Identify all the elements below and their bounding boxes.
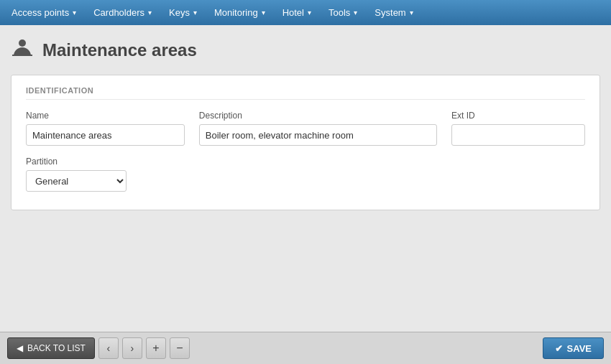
add-button[interactable]: + <box>146 337 166 359</box>
chevron-down-icon: ▾ <box>308 9 311 17</box>
page-title: Maintenance areas <box>42 40 197 60</box>
left-arrow-icon: ‹ <box>107 342 111 354</box>
next-button[interactable]: › <box>122 337 142 359</box>
back-to-list-button[interactable]: ◀ BACK TO LIST <box>7 337 95 359</box>
bottom-bar: ◀ BACK TO LIST ‹ › + − ✔ SAVE <box>0 332 611 364</box>
main-content: Maintenance areas IDENTIFICATION Name De… <box>0 25 611 332</box>
name-input[interactable] <box>26 124 185 146</box>
page-icon <box>11 36 34 64</box>
nav-access-points[interactable]: Access points ▾ <box>3 0 85 25</box>
page-header: Maintenance areas <box>11 36 600 64</box>
description-input[interactable] <box>199 124 437 146</box>
chevron-down-icon: ▾ <box>354 9 357 17</box>
chevron-down-icon: ▾ <box>148 9 152 17</box>
bottom-right-controls: ✔ SAVE <box>543 337 604 359</box>
partition-select[interactable]: General <box>26 170 127 192</box>
chevron-left-icon: ◀ <box>17 343 23 353</box>
extid-input[interactable] <box>451 124 585 146</box>
plus-icon: + <box>152 342 159 355</box>
nav-system[interactable]: System ▾ <box>366 0 421 25</box>
svg-point-0 <box>19 39 26 47</box>
name-label: Name <box>26 111 185 121</box>
nav-keys[interactable]: Keys ▾ <box>160 0 206 25</box>
partition-group: Partition General <box>26 157 585 192</box>
identification-card: IDENTIFICATION Name Description Ext ID P… <box>11 75 600 210</box>
navbar: Access points ▾ Cardholders ▾ Keys ▾ Mon… <box>0 0 611 25</box>
chevron-down-icon: ▾ <box>73 9 76 17</box>
extid-label: Ext ID <box>451 111 585 121</box>
bottom-left-controls: ◀ BACK TO LIST ‹ › + − <box>7 337 190 359</box>
right-arrow-icon: › <box>131 342 134 354</box>
chevron-down-icon: ▾ <box>262 9 265 17</box>
nav-monitoring[interactable]: Monitoring ▾ <box>206 0 274 25</box>
description-label: Description <box>199 111 437 121</box>
save-button[interactable]: ✔ SAVE <box>543 337 604 359</box>
nav-hotel[interactable]: Hotel ▾ <box>274 0 320 25</box>
prev-button[interactable]: ‹ <box>98 337 119 359</box>
nav-cardholders[interactable]: Cardholders ▾ <box>85 0 160 25</box>
nav-tools[interactable]: Tools ▾ <box>320 0 366 25</box>
svg-rect-1 <box>12 55 32 56</box>
form-row-main: Name Description Ext ID <box>26 111 585 146</box>
remove-button[interactable]: − <box>170 337 190 359</box>
description-group: Description <box>199 111 437 146</box>
section-title: IDENTIFICATION <box>26 86 585 100</box>
partition-label: Partition <box>26 157 585 167</box>
extid-group: Ext ID <box>451 111 585 146</box>
minus-icon: − <box>176 342 183 355</box>
chevron-down-icon: ▾ <box>193 9 197 17</box>
name-group: Name <box>26 111 185 146</box>
chevron-down-icon: ▾ <box>410 9 413 17</box>
checkmark-icon: ✔ <box>555 343 563 354</box>
